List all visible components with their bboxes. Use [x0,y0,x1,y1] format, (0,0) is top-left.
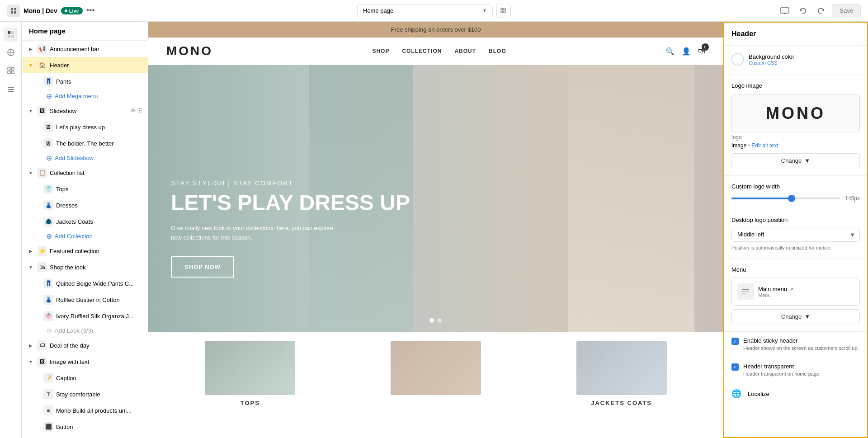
page-selector[interactable]: Home page ▼ [357,4,493,17]
section-item-pants[interactable]: 👖 Pants [22,73,148,89]
nav-blog[interactable]: BLOG [489,48,506,54]
quilted-label: Quilted Beige Wide Pants C... [56,280,142,287]
section-item-header[interactable]: ▼ 🏠 Header [22,57,148,73]
change-logo-button[interactable]: Change ▼ [731,153,860,168]
change-menu-button[interactable]: Change ▼ [731,309,860,324]
hero-description: Give totally new look to your collection… [171,224,343,243]
slider-thumb[interactable] [788,195,795,202]
logo-width-slider[interactable] [731,198,840,199]
preview-area: Free shipping on orders over $100 MONO S… [148,22,723,438]
stay-comfortable-icon: T [43,389,53,399]
nav-about[interactable]: ABOUT [454,48,476,54]
eye-icon[interactable]: 👁 [130,107,136,114]
undo-button[interactable] [796,4,810,18]
grid-view-button[interactable] [496,4,511,18]
external-link-icon[interactable]: ↗ [789,286,793,292]
toggle-slideshow: ▼ [27,107,34,114]
background-color-picker[interactable] [731,53,744,66]
section-item-image-with-text[interactable]: ▼ 🖼 Image with text [22,353,148,370]
header-transparent-row: ✓ Header transparent Header transparent … [724,358,867,383]
store-header-preview: MONO SHOP COLLECTION ABOUT BLOG 🔍 👤 🛍 0 [148,38,723,65]
announcement-icon: 📢 [37,44,47,54]
add-collection-icon: ⊕ [46,232,52,240]
add-mega-menu-icon: ⊕ [46,92,52,100]
add-collection[interactable]: ⊕ Add Collection [22,230,148,243]
collection-jackets: JACKETS COATS [576,341,667,406]
section-item-slideshow[interactable]: ▼ 🖼 Slideshow 👁 ⠿ [22,103,148,119]
svg-rect-2 [11,11,13,14]
redo-button[interactable] [814,4,828,18]
add-slideshow[interactable]: ⊕ Add Slideshow [22,151,148,165]
drag-icon[interactable]: ⠿ [138,107,142,114]
hero-dot-1[interactable] [429,318,434,323]
section-item-jackets-coats[interactable]: 🧥 Jackets Coats [22,213,148,230]
section-item-caption[interactable]: 📝 Caption [22,370,148,386]
add-look-icon-disabled: ⊕ [46,326,52,335]
store-nav-icons: 🔍 👤 🛍 0 [665,47,705,56]
sidebar-icon-sections[interactable] [4,27,18,42]
main-menu-card[interactable]: Main menu ↗ Menu [731,278,860,306]
localize-row[interactable]: 🌐 Localize [724,383,867,404]
collection-list-label: Collection list [50,170,142,176]
shop-the-look-icon: 🛍 [37,262,47,272]
edit-alt-text-link[interactable]: Edit alt text [751,142,778,149]
header-transparent-checkbox[interactable]: ✓ [731,363,739,371]
svg-rect-24 [742,291,749,292]
logo-position-select[interactable]: Middle left Middle center Middle right T… [731,227,860,242]
right-panel-header: Header [724,23,867,46]
section-item-ruffled-bustier[interactable]: 👗 Ruffled Bustier in Cotton [22,292,148,308]
svg-rect-8 [781,8,789,13]
featured-label: Featured collection [50,248,142,254]
bolder-label: The bolder. The better [56,140,142,147]
mono-build-label: Mono Build all products uni... [56,407,142,414]
custom-css-label[interactable]: Custom CSS [749,60,794,66]
toggle-deal: ▶ [27,342,34,349]
ivory-ruffled-icon: 👘 [43,311,53,321]
sticky-header-checkbox[interactable]: ✓ [731,338,739,345]
section-item-shop-the-look[interactable]: ▼ 🛍 Shop the look [22,259,148,275]
header-label: Header [50,62,142,69]
svg-rect-4 [501,8,503,10]
section-item-quilted[interactable]: 👖 Quilted Beige Wide Pants C... [22,275,148,292]
nav-shop[interactable]: SHOP [372,48,389,54]
section-item-dresses[interactable]: 👗 Dresses [22,197,148,213]
svg-rect-11 [8,31,10,34]
section-item-collection-list[interactable]: ▼ 📋 Collection list [22,165,148,181]
nav-collection[interactable]: COLLECTION [402,48,442,54]
desktop-view-button[interactable] [778,4,792,18]
svg-rect-0 [11,8,13,10]
section-item-stay-comfortable[interactable]: T Stay comfortable [22,386,148,402]
cart-icon-preview[interactable]: 🛍 0 [698,47,705,55]
search-icon-preview[interactable]: 🔍 [665,47,675,56]
svg-rect-20 [8,87,14,88]
section-item-featured[interactable]: ▶ ⭐ Featured collection [22,243,148,259]
image-with-text-icon: 🖼 [37,357,47,367]
more-button[interactable]: ••• [86,6,95,15]
hero-right-figure [568,65,695,332]
store-icon [7,5,20,17]
section-item-bolder[interactable]: 🖼 The bolder. The better [22,135,148,151]
topbar: Mono | Dev Live ••• Home page ▼ Save [0,0,868,22]
hero-cta-button[interactable]: SHOP NOW [171,256,234,278]
hero-dot-2[interactable] [438,318,442,323]
sidebar-icon-layers[interactable] [4,81,18,96]
sidebar-icon-theme[interactable] [4,45,18,60]
collection-tops-label: TOPS [205,400,295,406]
save-button[interactable]: Save [832,4,861,17]
sidebar-icon-apps[interactable] [4,63,18,78]
section-item-deal[interactable]: ▶ 🏷 Deal of the day [22,337,148,353]
logo-width-label: Custom logo width [731,183,860,190]
deal-icon: 🏷 [37,340,47,350]
collection-tops: TOPS [205,341,295,406]
section-item-ivory-ruffled[interactable]: 👘 Ivory Ruffled Silk Organza J... [22,308,148,324]
section-item-mono-build[interactable]: ≡ Mono Build all products uni... [22,402,148,419]
section-panel-header: Home page [22,22,148,41]
section-item-tops[interactable]: 👕 Tops [22,181,148,197]
section-item-lets-play[interactable]: 🖼 Let's play dress up [22,119,148,135]
add-mega-menu[interactable]: ⊕ Add Mega menu [22,89,148,103]
account-icon-preview[interactable]: 👤 [682,47,691,56]
section-item-announcement-bar[interactable]: ▶ 📢 Announcement bar [22,41,148,57]
section-item-button[interactable]: ⬛ Button [22,419,148,435]
header-icon: 🏠 [37,60,47,70]
main-layout: Home page ▶ 📢 Announcement bar ▼ 🏠 Heade… [0,22,868,438]
